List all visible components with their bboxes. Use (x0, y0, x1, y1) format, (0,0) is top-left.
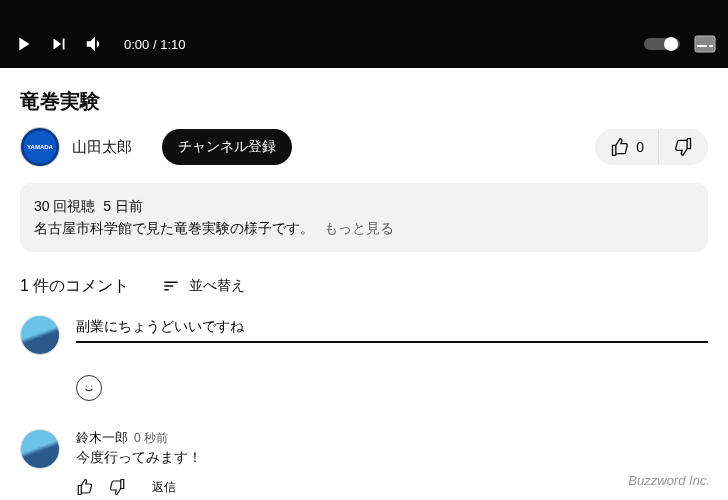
emoji-button[interactable] (76, 375, 102, 401)
comments-count: 1 件のコメント (20, 276, 129, 297)
play-icon[interactable] (12, 33, 34, 55)
smile-icon (81, 380, 97, 396)
description-text: 名古屋市科学館で見た竜巻実験の様子です。 もっと見る (34, 217, 694, 239)
like-button[interactable]: 0 (596, 130, 659, 164)
comment-input-row (20, 315, 708, 401)
svg-point-1 (664, 37, 678, 51)
comment-time: 0 秒前 (134, 430, 168, 447)
sort-icon (161, 277, 181, 295)
thumbs-down-icon (673, 137, 693, 157)
meta-row: YAMADA 山田太郎 チャンネル登録 0 (20, 127, 708, 167)
subscribe-button[interactable]: チャンネル登録 (162, 129, 292, 165)
video-stats: 30 回視聴 5 日前 (34, 195, 694, 217)
user-avatar[interactable] (20, 315, 60, 355)
video-player[interactable]: 0:00 / 1:10 (0, 0, 728, 68)
show-more-button[interactable]: もっと見る (324, 220, 394, 236)
comment-like-button[interactable] (76, 478, 94, 496)
svg-rect-3 (697, 45, 707, 47)
thumbs-up-icon (610, 137, 630, 157)
svg-rect-2 (695, 36, 715, 52)
like-dislike-group: 0 (595, 129, 708, 165)
video-controls: 0:00 / 1:10 (0, 20, 728, 68)
comment-input[interactable] (76, 315, 708, 343)
comment-text: 今度行ってみます！ (76, 449, 202, 467)
thumbs-down-icon (108, 478, 126, 496)
commenter-avatar[interactable] (20, 429, 60, 469)
comment-author[interactable]: 鈴木一郎 (76, 429, 128, 447)
channel-name[interactable]: 山田太郎 (72, 138, 132, 157)
autoplay-toggle[interactable] (644, 35, 680, 53)
captions-icon[interactable] (694, 35, 716, 53)
volume-icon[interactable] (84, 33, 106, 55)
time-display: 0:00 / 1:10 (124, 37, 185, 52)
comment-dislike-button[interactable] (108, 478, 126, 496)
channel-avatar[interactable]: YAMADA (20, 127, 60, 167)
next-icon[interactable] (48, 33, 70, 55)
comment-item: 鈴木一郎 0 秒前 今度行ってみます！ 返信 (20, 429, 708, 500)
reply-button[interactable]: 返信 (140, 473, 188, 500)
like-count: 0 (636, 139, 644, 155)
description-box[interactable]: 30 回視聴 5 日前 名古屋市科学館で見た竜巻実験の様子です。 もっと見る (20, 183, 708, 252)
svg-rect-4 (709, 45, 713, 47)
sort-button[interactable]: 並べ替え (161, 277, 245, 295)
watermark: Buzzword Inc. (628, 473, 710, 488)
dislike-button[interactable] (659, 130, 707, 164)
thumbs-up-icon (76, 478, 94, 496)
video-title: 竜巻実験 (20, 88, 708, 115)
